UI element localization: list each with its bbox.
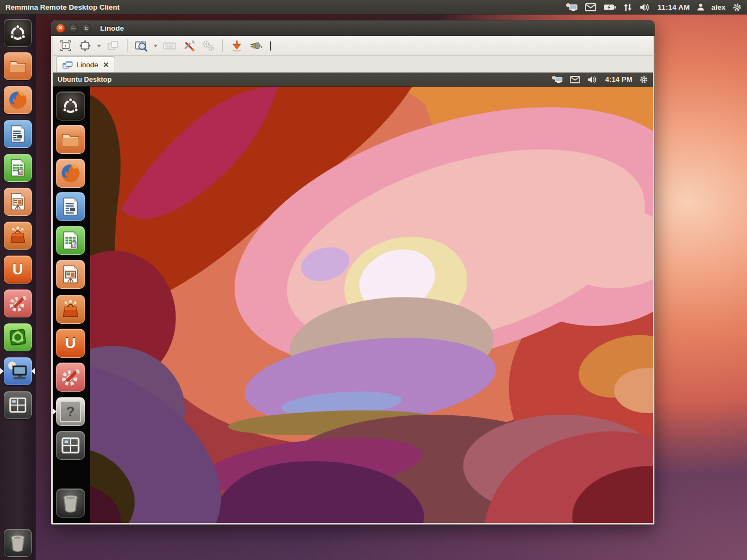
launcher-libreoffice-impress[interactable] <box>4 188 32 216</box>
workspace-grid-icon <box>60 435 81 456</box>
remote-mail-icon[interactable] <box>570 76 580 83</box>
fullscreen-icon <box>79 39 91 52</box>
launcher-workspace-switcher[interactable] <box>4 391 32 419</box>
remote-panel-title: Ubuntu Desktop <box>58 75 111 83</box>
orange-down-arrow-icon <box>230 39 243 52</box>
toolbar-settings-button[interactable] <box>200 38 217 54</box>
remote-top-panel: Ubuntu Desktop 4:14 PM <box>53 73 653 87</box>
launcher-ubuntu-one[interactable]: U <box>4 256 32 283</box>
launcher-trash[interactable] <box>4 529 32 557</box>
window-close-button[interactable]: ✕ <box>56 24 65 33</box>
remmina-applet-icon[interactable] <box>566 3 578 11</box>
gears-icon <box>201 39 215 52</box>
toolbar-minimize-tray-button[interactable] <box>228 38 245 54</box>
host-desktop[interactable]: { "host_panel": { "app_title": "Remmina … <box>0 0 747 560</box>
folder-icon <box>60 129 81 150</box>
remote-desktop-viewport[interactable]: Ubuntu Desktop 4:14 PM <box>53 73 653 523</box>
remote-launcher-system-settings[interactable] <box>56 363 85 392</box>
host-tray: 11:14 AM alex <box>566 3 742 12</box>
toolbar-switch-tabs-button[interactable] <box>104 38 122 54</box>
launcher-libreoffice-writer[interactable] <box>4 120 32 148</box>
window-titlebar[interactable]: ✕ — Linode <box>51 20 654 36</box>
scaled-dropdown-caret[interactable] <box>153 45 158 47</box>
tab-windows-icon <box>62 61 73 69</box>
remote-remmina-applet-icon[interactable] <box>552 75 563 83</box>
ubuntu-one-letter: U <box>12 261 23 278</box>
battery-icon[interactable] <box>603 4 616 11</box>
gear-wrench-icon <box>59 366 82 388</box>
remote-gear-icon[interactable] <box>639 75 648 84</box>
launcher-ubuntu-dash[interactable] <box>4 19 32 47</box>
keyboard-icon <box>163 39 177 52</box>
remote-unity-launcher: U ? <box>53 87 90 523</box>
remote-wallpaper[interactable] <box>90 87 653 523</box>
remote-launcher-libreoffice-calc[interactable] <box>56 226 85 255</box>
tools-icon <box>182 39 196 53</box>
launcher-software-center[interactable] <box>4 222 32 250</box>
toolbar-fit-window-button[interactable]: 1 <box>57 38 74 54</box>
remote-launcher-firefox[interactable] <box>56 159 85 188</box>
remote-focused-indicator-arrow <box>53 408 57 415</box>
launcher-libreoffice-calc[interactable] <box>4 154 32 182</box>
tab-label: Linode <box>76 61 98 69</box>
shopping-bag-icon <box>7 225 29 246</box>
tab-bar: Linode ✕ <box>53 56 653 73</box>
shopping-bag-icon <box>59 298 82 321</box>
toolbar-fullscreen-button[interactable] <box>76 38 94 54</box>
impress-presentation-icon <box>8 192 28 212</box>
toolbar-tools-button[interactable] <box>180 38 198 54</box>
launcher-software-updater[interactable] <box>4 323 32 351</box>
workspace-grid-icon <box>8 395 28 415</box>
remmina-toolbar: 1 <box>53 36 653 56</box>
remote-clock[interactable]: 4:14 PM <box>605 75 632 83</box>
toolbar-separator <box>127 39 128 52</box>
volume-icon[interactable] <box>639 3 651 11</box>
remote-launcher-home-folder[interactable] <box>56 125 85 154</box>
toolbar-disconnect-button[interactable] <box>248 38 265 54</box>
remote-launcher-workspace-switcher[interactable] <box>56 431 85 460</box>
launcher-system-settings[interactable] <box>4 289 32 317</box>
user-icon <box>697 3 704 11</box>
toolbar-text-caret <box>270 41 271 51</box>
host-top-panel: Remmina Remote Desktop Client 11:14 AM a… <box>0 0 747 15</box>
remote-launcher-libreoffice-impress[interactable] <box>56 260 85 289</box>
tab-close-button[interactable]: ✕ <box>103 61 109 69</box>
host-clock[interactable]: 11:14 AM <box>658 3 690 11</box>
network-updown-icon[interactable] <box>623 3 632 11</box>
remote-launcher-software-center[interactable] <box>56 295 85 324</box>
remote-launcher-ubuntu-one[interactable]: U <box>56 329 85 358</box>
scaled-mode-icon <box>135 39 149 52</box>
fit-window-icon: 1 <box>59 39 72 52</box>
remmina-window: ✕ — Linode 1 <box>51 20 654 524</box>
running-indicator-arrow <box>0 368 4 374</box>
writer-document-icon <box>8 124 28 144</box>
launcher-home-folder[interactable] <box>4 52 32 80</box>
remote-launcher-unknown-window[interactable]: ? <box>56 397 85 426</box>
window-title: Linode <box>100 24 124 32</box>
window-minimize-button[interactable]: — <box>69 24 78 33</box>
calc-spreadsheet-icon <box>8 158 28 178</box>
session-gear-icon[interactable] <box>732 3 742 12</box>
question-mark-icon: ? <box>60 401 81 422</box>
folder-icon <box>8 56 28 76</box>
remote-volume-icon[interactable] <box>587 76 598 83</box>
remote-launcher-trash[interactable] <box>56 488 85 518</box>
tab-linode[interactable]: Linode ✕ <box>56 56 115 72</box>
launcher-firefox[interactable] <box>4 86 32 114</box>
launcher-remmina[interactable] <box>4 357 32 385</box>
calc-spreadsheet-icon <box>60 230 81 251</box>
gear-wrench-icon <box>7 293 29 314</box>
toolbar-grab-keyboard-button[interactable] <box>161 38 178 54</box>
mail-icon[interactable] <box>585 3 596 11</box>
window-maximize-button[interactable] <box>82 24 91 33</box>
session-username[interactable]: alex <box>711 3 725 11</box>
trash-can-icon <box>60 492 81 514</box>
toolbar-scaled-mode-button[interactable] <box>133 38 150 54</box>
fullscreen-dropdown-caret[interactable] <box>97 45 101 47</box>
focused-indicator-arrow <box>31 368 35 374</box>
toolbar-separator <box>222 39 223 52</box>
remote-launcher-ubuntu-dash[interactable] <box>56 91 85 120</box>
remote-launcher-libreoffice-writer[interactable] <box>56 192 85 221</box>
firefox-icon <box>6 89 29 111</box>
svg-text:1: 1 <box>64 44 67 48</box>
